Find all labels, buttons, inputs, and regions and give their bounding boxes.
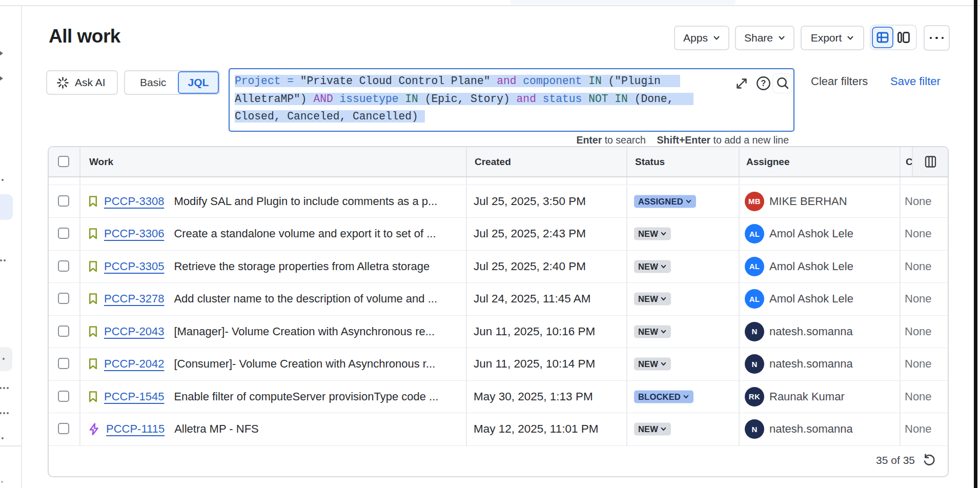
svg-text:?: ?: [761, 79, 766, 88]
